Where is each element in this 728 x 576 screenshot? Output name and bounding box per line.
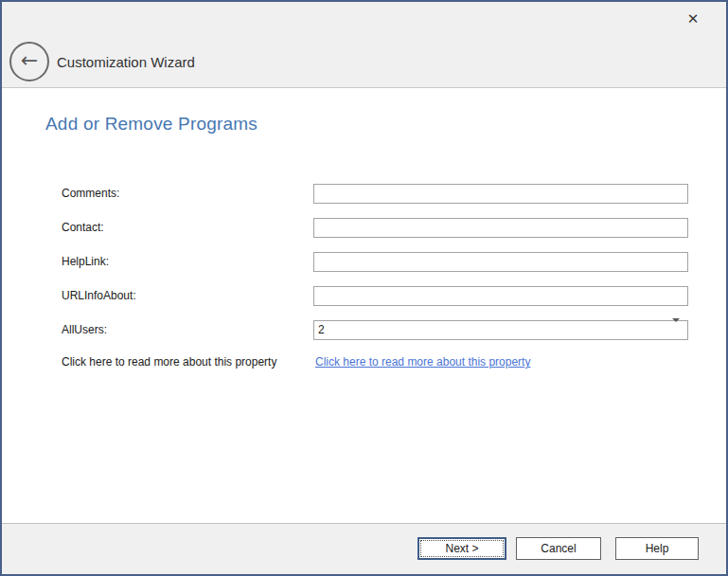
close-icon: ✕: [687, 12, 700, 27]
chevron-down-icon[interactable]: [672, 322, 681, 339]
customization-wizard-window: ← Customization Wizard ✕ Add or Remove P…: [0, 0, 728, 576]
wizard-footer: Next > Cancel Help: [2, 523, 726, 574]
allusers-selected-value: 2: [318, 321, 666, 339]
form-row-contact: Contact:: [2, 218, 726, 238]
property-link[interactable]: Click here to read more about this prope…: [315, 354, 530, 370]
comments-input[interactable]: [313, 184, 688, 204]
contact-label: Contact:: [62, 218, 104, 238]
wizard-content: Add or Remove Programs Comments: Contact…: [2, 89, 726, 523]
form-row-allusers: AllUsers: 2: [2, 320, 726, 340]
help-button-label: Help: [646, 542, 669, 555]
window-title: Customization Wizard: [57, 54, 195, 71]
property-link-label: Click here to read more about this prope…: [62, 354, 276, 370]
cancel-button-label: Cancel: [541, 542, 576, 555]
form-row-property-link: Click here to read more about this prope…: [2, 354, 726, 370]
comments-label: Comments:: [62, 184, 119, 204]
next-button[interactable]: Next >: [417, 537, 506, 560]
urlinfoabout-input[interactable]: [313, 286, 688, 306]
back-button[interactable]: ←: [9, 42, 49, 81]
form-row-helplink: HelpLink:: [2, 252, 726, 272]
contact-input[interactable]: [313, 218, 688, 238]
allusers-combobox[interactable]: 2: [313, 320, 688, 340]
close-button[interactable]: ✕: [678, 6, 708, 32]
cancel-button[interactable]: Cancel: [516, 537, 601, 560]
back-arrow-icon: ←: [21, 50, 38, 71]
wizard-header: ← Customization Wizard ✕: [2, 2, 726, 88]
form-row-urlinfoabout: URLInfoAbout:: [2, 286, 726, 306]
help-button[interactable]: Help: [615, 537, 699, 560]
form-row-comments: Comments:: [2, 184, 726, 204]
urlinfoabout-label: URLInfoAbout:: [62, 286, 136, 306]
next-button-label: Next >: [445, 542, 478, 555]
helplink-label: HelpLink:: [62, 252, 109, 272]
page-title: Add or Remove Programs: [45, 114, 257, 135]
allusers-label: AllUsers:: [62, 320, 107, 340]
helplink-input[interactable]: [313, 252, 688, 272]
